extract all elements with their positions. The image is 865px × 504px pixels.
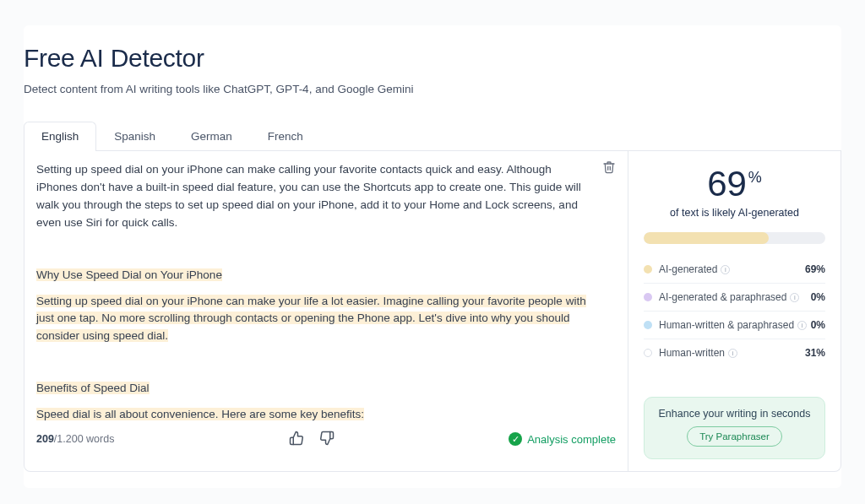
tab-german[interactable]: German (173, 122, 250, 151)
editor-paragraph: Why Use Speed Dial on Your iPhone (36, 267, 594, 285)
legend-value: 0% (811, 319, 825, 331)
info-icon[interactable]: i (728, 349, 737, 358)
thumbs-up-button[interactable] (287, 430, 306, 448)
legend-dot (644, 321, 652, 329)
legend-dot (644, 265, 652, 274)
clear-text-button[interactable] (601, 161, 617, 178)
legend-label: AI-generated & paraphrasedi (659, 291, 811, 303)
try-paraphraser-button[interactable]: Try Paraphraser (687, 426, 782, 447)
legend-row: Human-written & paraphrasedi0% (644, 312, 825, 339)
editor-paragraph: Setting up speed dial on your iPhone can… (36, 293, 594, 346)
language-tabs: EnglishSpanishGermanFrench (24, 121, 841, 151)
score-legend: AI-generatedi69%AI-generated & paraphras… (644, 256, 825, 366)
editor-paragraph: Benefits of Speed Dial (36, 380, 594, 398)
check-circle-icon: ✓ (509, 432, 522, 446)
thumbs-up-icon (289, 431, 304, 448)
info-icon[interactable]: i (721, 265, 730, 274)
page-title: Free AI Detector (24, 44, 841, 73)
info-icon[interactable]: i (790, 293, 799, 302)
legend-label: Human-writteni (659, 347, 805, 359)
editor-textarea[interactable]: Setting up speed dial on your iPhone can… (24, 151, 628, 421)
legend-row: AI-generated & paraphrasedi0% (644, 284, 825, 312)
page-subtitle: Detect content from AI writing tools lik… (24, 83, 841, 95)
cta-text: Enhance your writing in seconds (653, 408, 816, 420)
thumbs-down-icon (319, 431, 335, 448)
word-count: 209/1.200 words (36, 433, 114, 445)
legend-dot (644, 293, 652, 301)
legend-row: Human-writteni31% (644, 339, 825, 366)
legend-row: AI-generatedi69% (644, 256, 825, 284)
ai-score: 69% of text is likely AI-generated (644, 166, 825, 219)
legend-label: AI-generatedi (659, 263, 805, 275)
tab-english[interactable]: English (24, 122, 96, 151)
thumbs-down-button[interactable] (318, 430, 336, 448)
legend-label: Human-written & paraphrasedi (659, 319, 811, 331)
info-icon[interactable]: i (797, 321, 807, 330)
paraphraser-cta: Enhance your writing in seconds Try Para… (644, 397, 825, 459)
editor-paragraph: Speed dial is all about convenience. Her… (36, 406, 594, 421)
score-bar-fill (644, 232, 769, 244)
legend-value: 31% (805, 347, 825, 359)
editor-paragraph: Setting up speed dial on your iPhone can… (36, 161, 594, 232)
legend-value: 69% (805, 263, 825, 275)
score-bar (644, 232, 825, 244)
tab-spanish[interactable]: Spanish (96, 122, 173, 151)
trash-icon (602, 160, 616, 180)
analysis-status: ✓ Analysis complete (509, 432, 616, 446)
legend-dot (644, 349, 652, 357)
legend-value: 0% (811, 291, 825, 303)
tab-french[interactable]: French (250, 122, 321, 151)
